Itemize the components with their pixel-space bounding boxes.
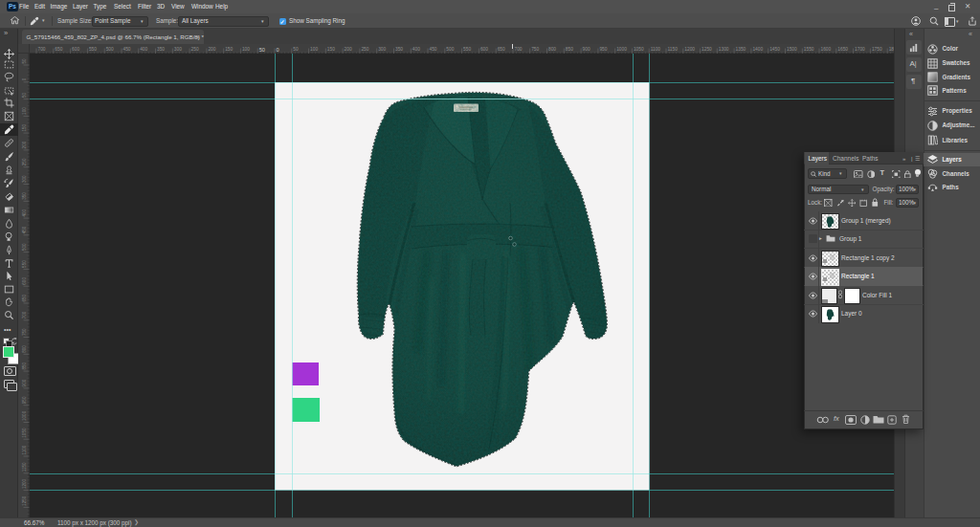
svg-text:1250: 1250 — [702, 47, 712, 52]
svg-text:650: 650 — [22, 294, 27, 301]
svg-text:450: 450 — [429, 47, 436, 52]
svg-text:300: 300 — [22, 175, 27, 183]
svg-text:1150: 1150 — [667, 47, 678, 52]
svg-text:900: 900 — [22, 379, 27, 386]
svg-text:350: 350 — [395, 47, 403, 52]
svg-text:600: 600 — [479, 47, 487, 52]
svg-text:200: 200 — [22, 141, 27, 148]
svg-text:600: 600 — [72, 47, 79, 52]
svg-text:50: 50 — [293, 47, 299, 52]
svg-text:750: 750 — [531, 47, 539, 52]
svg-text:50: 50 — [258, 47, 264, 53]
svg-text:1500: 1500 — [787, 47, 797, 52]
svg-text:0: 0 — [276, 47, 278, 53]
svg-text:850: 850 — [22, 362, 27, 369]
svg-text:1050: 1050 — [22, 428, 27, 438]
svg-text:1000: 1000 — [616, 47, 627, 52]
svg-text:1200: 1200 — [684, 47, 695, 52]
svg-text:350: 350 — [22, 192, 27, 200]
svg-text:600: 600 — [22, 277, 27, 285]
svg-text:1600: 1600 — [820, 47, 831, 52]
svg-text:150: 150 — [326, 47, 334, 52]
svg-text:50: 50 — [22, 93, 27, 99]
svg-text:250: 250 — [361, 47, 368, 52]
svg-text:1450: 1450 — [769, 47, 780, 52]
svg-text:800: 800 — [22, 345, 27, 353]
svg-text:800: 800 — [548, 47, 556, 52]
svg-text:650: 650 — [55, 47, 62, 52]
svg-text:750: 750 — [22, 328, 27, 336]
svg-text:700: 700 — [22, 311, 27, 318]
svg-text:450: 450 — [22, 226, 27, 233]
svg-text:550: 550 — [463, 47, 471, 52]
svg-text:300: 300 — [378, 47, 386, 52]
svg-text:100: 100 — [22, 107, 27, 115]
svg-text:500: 500 — [22, 243, 27, 251]
svg-text:400: 400 — [22, 209, 27, 216]
svg-text:450: 450 — [122, 47, 130, 52]
svg-text:1250: 1250 — [22, 495, 27, 506]
svg-text:900: 900 — [582, 47, 590, 52]
svg-text:400: 400 — [140, 47, 147, 52]
svg-text:850: 850 — [565, 47, 572, 52]
svg-text:200: 200 — [344, 47, 351, 52]
svg-text:50: 50 — [22, 58, 27, 64]
svg-text:700: 700 — [514, 47, 522, 52]
svg-text:0: 0 — [22, 77, 27, 80]
svg-text:300: 300 — [173, 47, 181, 52]
svg-text:100: 100 — [241, 47, 249, 52]
svg-text:350: 350 — [157, 47, 165, 52]
svg-text:400: 400 — [412, 47, 419, 52]
svg-text:1100: 1100 — [650, 47, 660, 52]
svg-text:1400: 1400 — [752, 47, 763, 52]
svg-text:700: 700 — [37, 47, 45, 52]
svg-text:500: 500 — [105, 47, 113, 52]
svg-text:650: 650 — [497, 47, 504, 52]
svg-text:1050: 1050 — [633, 47, 643, 52]
svg-text:1550: 1550 — [803, 47, 813, 52]
svg-text:1700: 1700 — [855, 47, 865, 52]
svg-text:1100: 1100 — [22, 445, 27, 454]
svg-text:200: 200 — [208, 47, 215, 52]
svg-text:550: 550 — [88, 47, 96, 52]
svg-text:1350: 1350 — [735, 47, 746, 52]
svg-text:1150: 1150 — [22, 462, 27, 472]
svg-text:1750: 1750 — [871, 47, 881, 52]
svg-text:500: 500 — [446, 47, 454, 52]
svg-text:250: 250 — [22, 158, 27, 165]
svg-text:250: 250 — [190, 47, 198, 52]
svg-text:100: 100 — [310, 47, 318, 52]
svg-text:950: 950 — [599, 47, 607, 52]
svg-text:550: 550 — [22, 260, 27, 268]
svg-text:150: 150 — [22, 123, 27, 131]
svg-text:150: 150 — [225, 47, 233, 52]
svg-text:1650: 1650 — [837, 47, 848, 52]
svg-text:1200: 1200 — [22, 478, 27, 489]
svg-text:1000: 1000 — [22, 410, 27, 421]
svg-text:950: 950 — [22, 396, 27, 404]
svg-text:1300: 1300 — [718, 47, 728, 52]
